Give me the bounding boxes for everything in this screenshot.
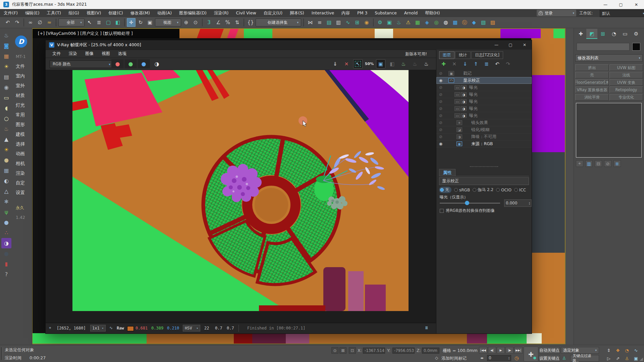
load-layers-icon[interactable]: ⇑ xyxy=(471,60,480,68)
rock-icon[interactable]: ✱ xyxy=(1,196,11,207)
pixel-probe-icon[interactable]: ⌖ xyxy=(49,325,51,330)
mirror-icon[interactable]: ⋈ xyxy=(306,18,315,27)
sidebar-item[interactable]: 建模 xyxy=(13,129,32,139)
redo-layer-icon[interactable]: ↷ xyxy=(503,60,513,68)
menu-item[interactable]: 渲染(R) xyxy=(210,9,232,17)
scale-tool-icon[interactable]: ▣ xyxy=(146,18,154,27)
bricks-icon[interactable]: ▦ xyxy=(1,165,11,176)
visibility-toggle-icon[interactable]: ⊘ xyxy=(436,71,445,76)
sidebar-item[interactable]: 渲染 xyxy=(13,168,32,178)
add-layer-icon[interactable]: ✚ xyxy=(439,60,448,68)
select-object-icon[interactable]: ↖ xyxy=(85,18,94,27)
dark-sphere-icon[interactable]: ● xyxy=(1,248,11,259)
log-icon[interactable]: ≣ xyxy=(425,325,428,330)
curve-editor-icon[interactable]: ∿ xyxy=(343,18,352,27)
u-plugin-icon[interactable]: Ⓤ xyxy=(460,18,469,27)
menu-item[interactable]: 组(G) xyxy=(65,9,83,17)
visibility-toggle-icon[interactable]: ◉ xyxy=(436,78,445,83)
workspace-dropdown[interactable]: 默认 ▾ xyxy=(600,10,644,17)
layer-row[interactable]: ◉ ◉ 来源：RGB xyxy=(436,140,532,147)
vfb-menu-item[interactable]: 选项 xyxy=(114,51,130,57)
remove-modifier-icon[interactable]: ⊘ xyxy=(604,160,611,167)
rectangular-selection-icon[interactable]: ▢ xyxy=(104,18,113,27)
ball-icon[interactable]: ● xyxy=(1,217,11,228)
select-by-name-icon[interactable]: ≣ xyxy=(95,18,103,27)
person-mode-icon[interactable]: ♙ xyxy=(623,355,631,362)
vfb-close-button[interactable]: ✕ xyxy=(518,40,532,50)
menu-item[interactable]: 内容 xyxy=(338,9,354,17)
set-key-button[interactable]: 设置关键点 xyxy=(539,355,560,362)
modifier-button[interactable]: 挤出 xyxy=(575,64,609,71)
render-history-icon[interactable]: ♨ xyxy=(410,59,420,68)
menu-item[interactable]: 修改器(M) xyxy=(127,9,154,17)
selection-set-dropdown[interactable]: 选定对象 ▾ xyxy=(561,347,599,354)
disc-icon[interactable]: ○ xyxy=(1,113,11,124)
undo-icon[interactable]: ↶ xyxy=(3,18,12,27)
rendered-frame-window-icon[interactable]: ▣ xyxy=(385,18,394,27)
modifier-button[interactable]: 法线 xyxy=(609,72,643,78)
update-notice-link[interactable]: 新版本可用! xyxy=(405,51,427,57)
auto-key-button[interactable]: 自动关键点 xyxy=(539,347,560,354)
exposure-slider-thumb[interactable] xyxy=(465,201,469,205)
grass-icon[interactable]: ψ xyxy=(1,207,11,217)
new-key-tangent-icon[interactable]: ❖ xyxy=(614,347,622,354)
render-warning-icon[interactable]: ⚠ xyxy=(404,18,413,27)
modifier-list-dropdown[interactable]: 修改器列表 ▾ xyxy=(575,54,643,62)
radio-option[interactable]: ICC xyxy=(514,188,526,192)
utilities-tab-icon[interactable]: ⚙ xyxy=(631,29,642,39)
key-mode-toggle-icon[interactable]: ◷ xyxy=(515,355,519,361)
reference-coordinate-dropdown[interactable]: 视图 ▾ xyxy=(155,18,181,26)
isolate-selection-icon[interactable]: ⊙ xyxy=(331,347,338,354)
z-coordinate-field[interactable]: 0.0mm xyxy=(422,348,439,354)
close-button[interactable]: ✕ xyxy=(629,0,644,9)
sidebar-item[interactable]: 选择 xyxy=(13,139,32,149)
selection-filter-dropdown[interactable]: 全部 ▾ xyxy=(58,18,85,26)
render-last-icon[interactable]: ♨ xyxy=(399,59,408,68)
sun-icon[interactable]: ☀ xyxy=(1,144,11,155)
layer-row[interactable]: ⊘ ✳ 镜头效果 xyxy=(436,119,532,126)
teapot-icon[interactable]: ♨ xyxy=(1,30,11,41)
vfb-menu-item[interactable]: 渲染 xyxy=(65,51,81,57)
angle-snap-icon[interactable]: ∠ xyxy=(214,18,223,27)
menu-item[interactable]: 自定义(U) xyxy=(260,9,286,17)
go-to-start-button[interactable]: |◀◀ xyxy=(479,347,487,354)
select-and-link-icon[interactable]: ∞ xyxy=(26,18,35,27)
go-to-end-button[interactable]: ▶▶| xyxy=(514,347,523,354)
render-production-icon[interactable]: ♨ xyxy=(394,18,403,27)
sidebar-item[interactable]: 材质 xyxy=(13,90,32,100)
moon-icon[interactable]: ◐ xyxy=(1,176,11,186)
x-coordinate-field[interactable]: -1367.514 xyxy=(363,348,385,354)
maximize-button[interactable]: ▢ xyxy=(613,0,629,9)
sidebar-item[interactable]: 室外 xyxy=(13,81,32,90)
layer-row[interactable]: ⊘ ▭ ◑ 曝光 xyxy=(436,98,532,105)
qr-icon[interactable]: ▩ xyxy=(451,18,460,27)
material-editor-icon[interactable]: ◉ xyxy=(362,18,371,27)
align-icon[interactable]: ≡ xyxy=(315,18,324,27)
rendered-image[interactable] xyxy=(72,70,409,311)
percent-snap-icon[interactable]: % xyxy=(223,18,232,27)
layer-manager-icon[interactable]: ▤ xyxy=(325,18,333,27)
modifier-button[interactable]: 涡轮平滑 xyxy=(575,94,609,101)
schematic-view-icon[interactable]: ⊞ xyxy=(353,18,362,27)
transform-type-in-icon[interactable]: ⊡ xyxy=(349,347,356,354)
sphere-icon[interactable]: ● xyxy=(1,155,11,165)
menu-item[interactable]: Arnold xyxy=(400,9,421,17)
vfb-minimize-button[interactable]: — xyxy=(489,40,503,50)
menu-item[interactable]: 工具(T) xyxy=(43,9,65,17)
object-color-swatch[interactable] xyxy=(632,43,640,51)
modifier-button[interactable]: UVW 变换 xyxy=(609,79,643,86)
selection-lock-icon[interactable]: ⊠ xyxy=(339,347,346,354)
visibility-toggle-icon[interactable]: ⊘ xyxy=(436,127,445,132)
add-time-tag[interactable]: 添加时间标记 xyxy=(441,356,467,361)
login-button[interactable]: 登录 ▾ xyxy=(537,10,576,16)
render-teapot-icon[interactable]: ♨ xyxy=(422,59,431,68)
extra-tool-icon[interactable]: ▧ xyxy=(479,18,488,27)
pyramid-icon[interactable]: △ xyxy=(1,186,11,196)
vfb-panel-tab[interactable]: 图层 xyxy=(439,51,454,59)
blue-channel-icon[interactable]: ● xyxy=(138,59,150,68)
key-mode-clock-icon[interactable]: ◔ xyxy=(623,347,631,354)
pixel-ratio-dropdown[interactable]: 1x1▾ xyxy=(90,325,106,331)
modifier-button[interactable]: Retopology xyxy=(609,86,643,93)
resize-grip[interactable]: ◢ xyxy=(640,356,643,361)
arnold-icon[interactable]: ◍ xyxy=(441,18,450,27)
